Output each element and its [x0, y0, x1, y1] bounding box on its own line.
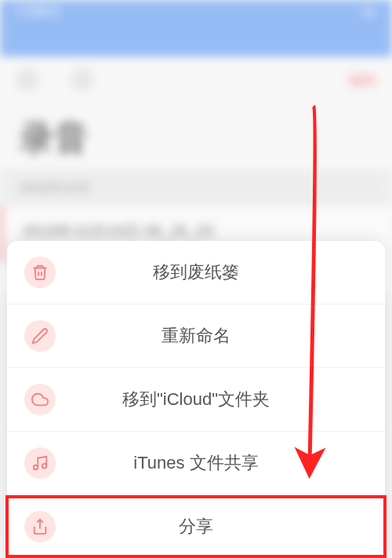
recording-name: 2019年10月10日 08_26_03: [23, 221, 372, 242]
trash-icon: [24, 257, 56, 288]
action-sheet: 移到废纸篓 重新命名 移到"iCloud"文件夹 iTunes 文件共享: [7, 241, 385, 558]
action-icloud[interactable]: 移到"iCloud"文件夹: [7, 368, 385, 432]
pencil-icon: [24, 320, 56, 352]
page-title: 录音: [20, 115, 372, 162]
action-label: iTunes 文件共享: [56, 451, 368, 475]
toolbar-icon-1[interactable]: [16, 68, 39, 92]
action-trash[interactable]: 移到废纸篓: [7, 241, 385, 305]
svg-point-3: [42, 464, 47, 469]
share-icon: [24, 511, 56, 542]
action-label: 分享: [56, 515, 368, 538]
blue-header: [0, 24, 392, 57]
edit-button[interactable]: 编辑: [348, 71, 376, 89]
action-share[interactable]: 分享: [7, 495, 385, 558]
title-area: 录音: [0, 104, 392, 170]
cloud-icon: [24, 384, 56, 415]
network-label: 4G: [361, 5, 376, 18]
music-icon: [24, 447, 56, 479]
action-label: 移到废纸篓: [56, 261, 368, 284]
action-itunes[interactable]: iTunes 文件共享: [7, 432, 385, 495]
toolbar-icon-2[interactable]: [71, 68, 94, 92]
status-bar: 中国移动 4G: [0, 0, 392, 24]
carrier-label: 中国移动: [16, 5, 60, 19]
action-label: 重新命名: [56, 324, 368, 348]
svg-point-2: [34, 465, 38, 470]
section-header: 2019年10月: [0, 170, 392, 206]
toolbar: 编辑: [0, 57, 392, 104]
action-rename[interactable]: 重新命名: [7, 305, 385, 368]
action-label: 移到"iCloud"文件夹: [56, 388, 368, 411]
